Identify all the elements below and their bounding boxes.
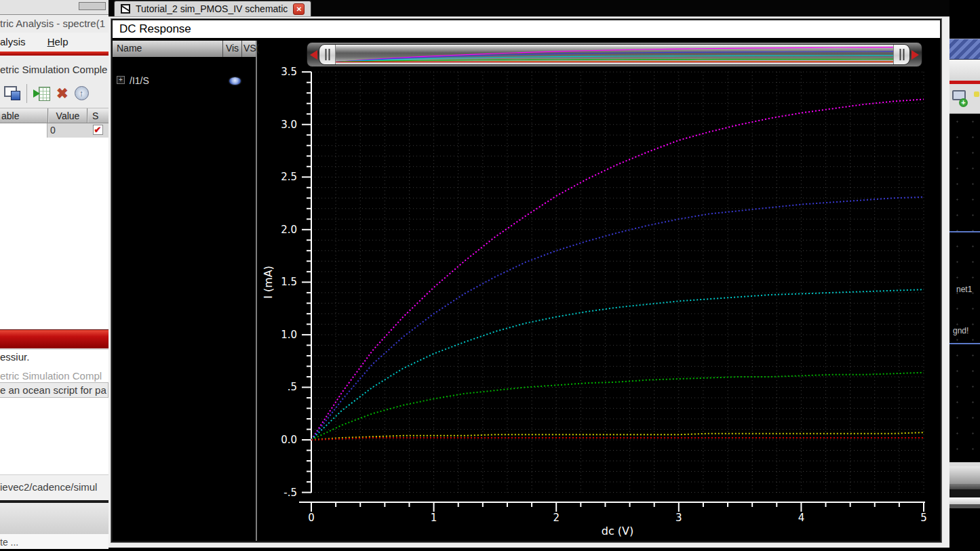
trace-3[interactable]	[311, 289, 924, 440]
svg-text:3.0: 3.0	[281, 119, 297, 131]
grip-icon	[325, 49, 330, 60]
horizontal-pan-scrollbar[interactable]	[307, 42, 922, 67]
column-vis[interactable]: Vis	[222, 41, 241, 57]
trace-list-panel: Name Vis VS( + /I1/S	[113, 41, 257, 541]
svg-text:1: 1	[431, 512, 437, 524]
schematic-toolbar-fragment	[949, 60, 980, 81]
curve-preview-strip	[336, 45, 893, 64]
tab-label: Tutorial_2 sim_PMOS_IV schematic	[136, 3, 288, 14]
svg-text:3: 3	[675, 512, 682, 524]
bg-window-title: tric Analysis - spectre(1	[0, 15, 109, 33]
svg-text:0.0: 0.0	[281, 434, 297, 446]
trace-list-header: Name Vis VS(	[113, 41, 256, 57]
svg-text:2: 2	[553, 512, 560, 524]
up-arrow-icon[interactable]: ↑	[75, 86, 89, 100]
wire-segment[interactable]	[949, 343, 980, 344]
svg-text:dc (V): dc (V)	[602, 525, 633, 537]
variable-name-cell[interactable]	[0, 123, 47, 138]
trace-1[interactable]	[311, 99, 924, 440]
window-title: DC Response	[113, 20, 940, 39]
thumb-right-handle[interactable]	[893, 45, 909, 64]
trace-5[interactable]	[311, 432, 924, 440]
tab-close-button[interactable]: ✕	[293, 3, 305, 15]
statusbar-band	[949, 504, 980, 508]
trace-2[interactable]	[311, 197, 924, 440]
schematic-titlebar-fragment	[949, 39, 980, 60]
net-label-net1: net1	[956, 285, 972, 294]
delete-icon[interactable]: ✖	[56, 86, 68, 100]
grip-icon	[899, 49, 904, 60]
trace-4[interactable]	[311, 373, 924, 440]
svg-text:I (mA): I (mA)	[262, 266, 275, 299]
ocean-script-tooltip: e an ocean script for pa	[0, 382, 109, 398]
results-path-text: ievec2/cadence/simul	[0, 474, 109, 500]
simulation-status-text: etric Simulation Comple	[0, 56, 109, 79]
checked-checkbox[interactable]: ✔	[93, 125, 103, 135]
schematic-window-icon	[121, 4, 130, 14]
dc-response-window: DC Response Name Vis VS( + /I1/S -.50.0.…	[109, 16, 949, 548]
net-label-gnd: gnd!	[953, 326, 968, 335]
svg-text:5: 5	[920, 512, 927, 524]
svg-text:2.5: 2.5	[281, 171, 297, 183]
background-window-parametric-analysis: tric Analysis - spectre(1 alysis Help et…	[0, 0, 109, 551]
toolbar-separator	[26, 84, 27, 103]
statusbar-band	[949, 466, 980, 484]
save-results-icon[interactable]	[4, 86, 20, 100]
variables-table-header: able Value S	[0, 108, 109, 123]
tab-tutorial2-schematic[interactable]: Tutorial_2 sim_PMOS_IV schematic ✕	[114, 1, 311, 16]
svg-text:3.5: 3.5	[281, 66, 297, 78]
scrollbar-thumb[interactable]	[319, 44, 910, 65]
window-content: Name Vis VS( + /I1/S -.50.0.51.01.52.02.…	[113, 41, 940, 541]
column-s[interactable]: S	[87, 108, 109, 123]
background-window-schematic: + net1 gnd!	[949, 0, 980, 551]
statusbar-band	[949, 484, 980, 489]
clipped-session-text: essiur.	[0, 351, 109, 365]
svg-text:-.5: -.5	[283, 487, 297, 499]
plot-zone: -.50.0.51.01.52.02.53.03.5012345dc (V)I …	[257, 41, 940, 541]
scroll-right-arrow-icon[interactable]	[912, 50, 919, 60]
schematic-icon-toolbar: +	[949, 84, 980, 114]
svg-text:4: 4	[798, 512, 805, 524]
trace-row-i1s[interactable]: + /I1/S	[113, 73, 256, 88]
statusbar-band	[949, 489, 980, 497]
svg-text:1.0: 1.0	[281, 329, 297, 341]
progress-bar	[0, 329, 109, 350]
svg-text:1.5: 1.5	[281, 276, 297, 288]
column-name[interactable]: Name	[113, 41, 222, 57]
bg-panel	[0, 503, 109, 534]
add-plus-icon[interactable]: +	[959, 98, 968, 107]
status-bar-text: te ...	[0, 534, 109, 549]
import-table-icon[interactable]	[33, 87, 50, 100]
menu-item-analysis[interactable]: alysis	[0, 33, 26, 52]
sim-complete-grayed-text: etric Simulation Compl	[0, 370, 109, 382]
column-value[interactable]: Value	[47, 108, 87, 123]
bg-window-top-edge	[0, 0, 109, 15]
svg-text:0: 0	[308, 512, 315, 524]
dc-response-window-frame: DC Response Name Vis VS( + /I1/S -.50.0.…	[111, 19, 941, 542]
column-vsg[interactable]: VS(	[241, 41, 256, 57]
statusbar-band	[949, 497, 980, 504]
partial-icon	[974, 91, 979, 97]
tab-bar: Tutorial_2 sim_PMOS_IV schematic ✕	[109, 0, 980, 16]
svg-text:.5: .5	[288, 381, 297, 393]
wire-segment[interactable]	[949, 231, 980, 232]
bg-menubar: alysis Help	[0, 33, 109, 52]
trace-name[interactable]: /I1/S	[130, 75, 149, 86]
expand-icon[interactable]: +	[117, 76, 125, 84]
menu-item-help[interactable]: Help	[47, 33, 68, 52]
variable-value-cell[interactable]: 0	[47, 123, 87, 138]
bg-window-control[interactable]	[79, 2, 106, 10]
schematic-canvas[interactable]: net1 gnd!	[949, 114, 980, 462]
thumb-left-handle[interactable]	[319, 45, 336, 64]
variables-table-row[interactable]: 0 ✔	[0, 123, 109, 138]
svg-text:2.0: 2.0	[281, 224, 297, 236]
column-variable[interactable]: able	[0, 108, 47, 123]
variable-sweep-cell[interactable]: ✔	[87, 123, 109, 138]
bg-toolbar: ✖ ↑	[0, 79, 109, 108]
visibility-eye-icon[interactable]	[229, 77, 241, 85]
scroll-left-arrow-icon[interactable]	[310, 50, 317, 60]
dc-response-plot: -.50.0.51.01.52.02.53.03.5012345dc (V)I …	[257, 41, 947, 542]
